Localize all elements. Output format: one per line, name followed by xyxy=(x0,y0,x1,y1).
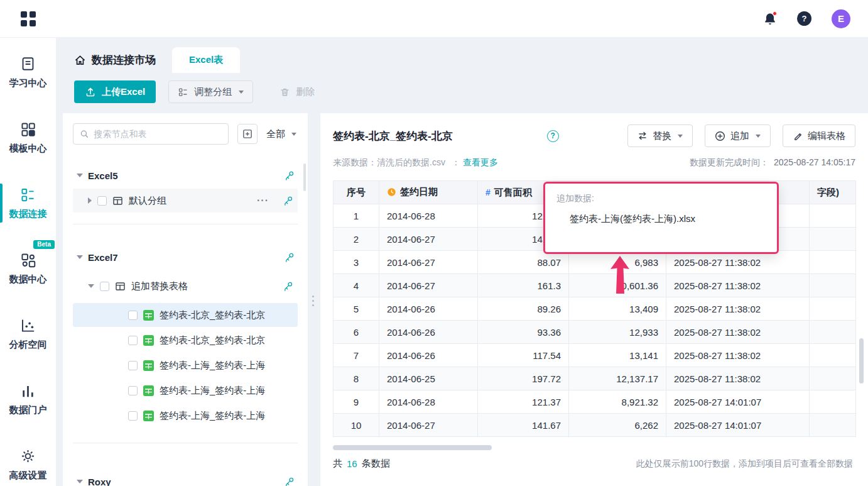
permission-key-icon[interactable] xyxy=(285,252,295,263)
sidebar-item-label: 数据门户 xyxy=(9,404,47,416)
panel-resize-handle[interactable] xyxy=(312,295,314,306)
sidebar-item-data-portal[interactable]: 数据门户 xyxy=(0,370,56,429)
edit-table-label: 编辑表格 xyxy=(808,130,845,142)
append-data-filename: 签约表-上海(签约表-上海).xlsx xyxy=(570,213,766,225)
adjust-group-button[interactable]: 调整分组 xyxy=(168,80,253,103)
chevron-down-icon xyxy=(678,135,683,138)
checkbox[interactable] xyxy=(128,411,138,421)
sidebar-item-label: 高级设置 xyxy=(9,470,47,482)
horizontal-scrollbar-thumb[interactable] xyxy=(333,445,492,450)
breadcrumb-data-connection-market[interactable]: 数据连接市场 xyxy=(74,47,156,73)
tree-table-item[interactable]: 签约表-上海_签约表-上海 xyxy=(73,353,298,377)
update-time-label: 数据更新完成时间： xyxy=(690,157,769,167)
tree-group-excel5[interactable]: Excel5 xyxy=(73,165,298,186)
total-prefix: 共 xyxy=(333,458,342,470)
user-avatar[interactable]: E xyxy=(832,9,850,28)
view-more-link[interactable]: 查看更多 xyxy=(463,157,498,168)
caret-right-icon xyxy=(88,197,92,204)
tab-excel-table[interactable]: Excel表 xyxy=(172,47,240,73)
delete-label: 删除 xyxy=(296,86,315,98)
vertical-scrollbar-thumb[interactable] xyxy=(859,338,864,384)
edit-table-button[interactable]: 编辑表格 xyxy=(783,124,855,147)
tree-scrollbar-thumb[interactable] xyxy=(303,163,306,191)
tree-folder-append-replace[interactable]: 追加替换表格 xyxy=(73,274,298,298)
checkbox[interactable] xyxy=(97,196,107,206)
filter-all-dropdown[interactable]: 全部 xyxy=(266,128,298,140)
tree-table-label: 签约表-上海_签约表-上海 xyxy=(160,360,265,372)
sidebar-item-data-connection[interactable]: 数据连接 xyxy=(0,174,56,233)
upload-excel-button[interactable]: 上传Excel xyxy=(74,80,156,103)
app-window: ? E 学习中心 模板中心 数据连接 Beta 数据中心 xyxy=(0,0,868,486)
chevron-down-icon xyxy=(291,133,296,136)
title-help-icon[interactable]: ? xyxy=(547,130,559,142)
checkbox[interactable] xyxy=(128,386,138,395)
search-input[interactable] xyxy=(94,129,222,139)
replace-button[interactable]: 替换 xyxy=(627,124,693,147)
table-row: 92014-06-28121.378,921.322025-08-27 14:0… xyxy=(334,390,856,414)
sidebar-item-template-center[interactable]: 模板中心 xyxy=(0,108,56,167)
learning-center-icon xyxy=(20,56,36,72)
page-title: 签约表-北京_签约表-北京 xyxy=(333,129,453,143)
more-actions-icon[interactable]: ··· xyxy=(257,195,269,206)
tree-folder-default-group[interactable]: 默认分组 ··· xyxy=(73,189,298,213)
notifications-bell-icon[interactable] xyxy=(763,12,777,26)
excel-table-icon xyxy=(143,411,154,421)
data-preview-table-wrap: 序号 签约日期 # 可售面积 字段) xyxy=(333,180,855,437)
settings-gear-icon xyxy=(20,448,36,464)
permission-key-icon[interactable] xyxy=(285,477,295,486)
tree-group-label: Excel5 xyxy=(88,170,118,181)
sidebar-item-data-center[interactable]: Beta 数据中心 xyxy=(0,239,56,298)
add-node-button[interactable] xyxy=(237,124,258,144)
sidebar-item-analysis-space[interactable]: 分析空间 xyxy=(0,304,56,363)
sidebar-item-advanced-settings[interactable]: 高级设置 xyxy=(0,435,56,486)
chevron-down-icon xyxy=(756,135,761,138)
append-button[interactable]: 追加 xyxy=(705,124,771,147)
toolbar: 上传Excel 调整分组 删除 xyxy=(63,80,868,103)
sidebar-item-label: 数据中心 xyxy=(9,273,47,285)
breadcrumb-label: 数据连接市场 xyxy=(92,53,156,67)
caret-down-icon xyxy=(77,480,83,483)
tree-table-item[interactable]: 签约表-上海_签约表-上海 xyxy=(73,378,298,402)
sidebar-item-label: 学习中心 xyxy=(9,77,47,89)
group-table-icon xyxy=(112,196,123,206)
tree-group-roxy[interactable]: Roxy xyxy=(73,471,298,486)
delete-button[interactable]: 删除 xyxy=(279,86,315,98)
preview-note: 此处仅展示前100行数据，添加到项目后可查看全部数据 xyxy=(636,458,853,470)
sidebar-item-label: 模板中心 xyxy=(9,143,47,155)
sidebar-item-learning-center[interactable]: 学习中心 xyxy=(0,43,56,102)
col-header-field-partial: 字段) xyxy=(810,181,856,204)
tree-folder-label: 追加替换表格 xyxy=(131,280,278,292)
upload-icon xyxy=(85,86,96,97)
col-header-sign-date: 签约日期 xyxy=(379,181,478,204)
caret-down-icon xyxy=(77,174,83,177)
col-header-index: 序号 xyxy=(334,181,379,204)
trash-icon xyxy=(279,87,290,97)
group-table-icon xyxy=(115,281,126,292)
tab-label: Excel表 xyxy=(189,54,223,66)
checkbox[interactable] xyxy=(100,282,109,291)
tree-table-item[interactable]: 签约表-上海_签约表-上海 xyxy=(73,404,298,428)
tree-group-label: Excel7 xyxy=(88,252,118,263)
main-area: 数据连接市场 Excel表 上传Excel 调整分组 删除 xyxy=(57,38,868,486)
annotation-arrow-icon xyxy=(607,255,632,294)
tree-group-excel7[interactable]: Excel7 xyxy=(73,246,298,268)
checkbox[interactable] xyxy=(128,311,138,320)
permission-key-icon[interactable] xyxy=(285,170,295,181)
app-logo-icon[interactable] xyxy=(20,11,36,27)
checkbox[interactable] xyxy=(128,361,138,370)
tree-table-item[interactable]: 签约表-北京_签约表-北京 xyxy=(73,328,298,352)
permission-key-icon[interactable] xyxy=(283,196,294,206)
chevron-down-icon xyxy=(239,91,244,94)
source-data-value: 清洗后的数据.csv xyxy=(377,157,445,168)
search-box xyxy=(73,123,229,145)
excel-table-icon xyxy=(143,385,154,396)
tab-bar: 数据连接市场 Excel表 xyxy=(63,47,868,73)
help-icon[interactable]: ? xyxy=(797,11,811,26)
total-suffix: 条数据 xyxy=(362,458,390,470)
node-tree-panel: 全部 Excel5 xyxy=(63,113,308,486)
replace-label: 替换 xyxy=(653,130,671,142)
checkbox[interactable] xyxy=(128,336,138,345)
permission-key-icon[interactable] xyxy=(283,281,294,292)
table-footer: 共 16 条数据 此处仅展示前100行数据，添加到项目后可查看全部数据 xyxy=(333,458,853,470)
tree-table-item[interactable]: 签约表-北京_签约表-北京 xyxy=(73,303,298,327)
